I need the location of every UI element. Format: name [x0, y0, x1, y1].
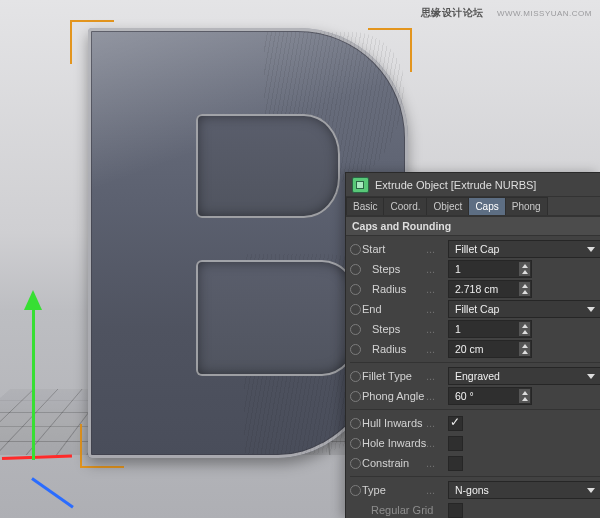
separator — [350, 476, 600, 477]
row-regular-grid: Regular Grid — [350, 500, 600, 518]
row-start-steps: Steps 1 — [350, 259, 600, 279]
row-start: Start Fillet Cap — [350, 239, 600, 259]
row-end-radius: Radius 20 cm — [350, 339, 600, 359]
keyframe-dot-icon[interactable] — [350, 324, 361, 335]
input-phong-angle[interactable]: 60 ° — [448, 387, 532, 405]
input-start-radius[interactable]: 2.718 cm — [448, 280, 532, 298]
letter-hole-top — [196, 114, 340, 218]
input-start-steps[interactable]: 1 — [448, 260, 532, 278]
x-axis-icon — [2, 455, 72, 460]
label-start: Start — [362, 243, 436, 255]
label-phong-angle: Phong Angle — [362, 390, 436, 402]
row-fillet-type: Fillet Type Engraved — [350, 366, 600, 386]
label-end: End — [362, 303, 436, 315]
checkbox-hole-inwards[interactable] — [448, 436, 463, 451]
dropdown-start[interactable]: Fillet Cap — [448, 240, 600, 258]
label-type: Type — [362, 484, 436, 496]
watermark-url: WWW.MISSYUAN.COM — [497, 9, 592, 18]
attributes-panel: Extrude Object [Extrude NURBS] Basic Coo… — [345, 172, 600, 518]
label-regular-grid: Regular Grid — [361, 504, 435, 516]
row-hole-inwards: Hole Inwards — [350, 433, 600, 453]
keyframe-dot-icon[interactable] — [350, 344, 361, 355]
label-hull-inwards: Hull Inwards — [362, 417, 436, 429]
keyframe-dot-icon[interactable] — [350, 458, 361, 469]
dropdown-end[interactable]: Fillet Cap — [448, 300, 600, 318]
keyframe-dot-icon[interactable] — [350, 371, 361, 382]
watermark-text: 思缘设计论坛 — [421, 7, 484, 18]
checkbox-constrain[interactable] — [448, 456, 463, 471]
keyframe-dot-icon[interactable] — [350, 391, 361, 402]
group-caps-rounding: Caps and Rounding — [346, 216, 600, 236]
panel-header: Extrude Object [Extrude NURBS] — [346, 173, 600, 197]
letter-hole-bottom — [196, 260, 358, 376]
row-type: Type N-gons — [350, 480, 600, 500]
keyframe-dot-icon[interactable] — [350, 244, 361, 255]
keyframe-dot-icon[interactable] — [350, 264, 361, 275]
input-end-steps[interactable]: 1 — [448, 320, 532, 338]
label-hole-inwards: Hole Inwards — [362, 437, 436, 449]
label-radius: Radius — [362, 283, 436, 295]
watermark: 思缘设计论坛 WWW.MISSYUAN.COM — [421, 6, 592, 20]
label-fillet-type: Fillet Type — [362, 370, 436, 382]
viewport-3d[interactable]: 思缘设计论坛 WWW.MISSYUAN.COM Extrude Object [… — [0, 0, 600, 518]
row-start-radius: Radius 2.718 cm — [350, 279, 600, 299]
input-end-radius[interactable]: 20 cm — [448, 340, 532, 358]
dropdown-type[interactable]: N-gons — [448, 481, 600, 499]
keyframe-dot-icon[interactable] — [350, 485, 361, 496]
separator — [350, 409, 600, 410]
keyframe-dot-icon[interactable] — [350, 284, 361, 295]
label-constrain: Constrain — [362, 457, 436, 469]
properties-rows: Start Fillet Cap Steps 1 Radius 2.718 cm… — [346, 236, 600, 518]
row-end: End Fillet Cap — [350, 299, 600, 319]
tab-bar: Basic Coord. Object Caps Phong — [346, 197, 600, 216]
row-hull-inwards: Hull Inwards — [350, 413, 600, 433]
panel-title: Extrude Object [Extrude NURBS] — [375, 179, 536, 191]
keyframe-dot-icon[interactable] — [350, 438, 361, 449]
tab-basic[interactable]: Basic — [346, 197, 384, 215]
label-steps: Steps — [362, 263, 436, 275]
tab-object[interactable]: Object — [426, 197, 469, 215]
extrude-icon — [352, 177, 369, 193]
keyframe-dot-icon[interactable] — [350, 304, 361, 315]
tab-phong[interactable]: Phong — [505, 197, 548, 215]
checkbox-regular-grid[interactable] — [448, 503, 463, 518]
checkbox-hull-inwards[interactable] — [448, 416, 463, 431]
keyframe-dot-icon[interactable] — [350, 418, 361, 429]
row-constrain: Constrain — [350, 453, 600, 473]
label-steps: Steps — [362, 323, 436, 335]
separator — [350, 362, 600, 363]
y-axis-icon — [32, 310, 35, 460]
tab-coord[interactable]: Coord. — [383, 197, 427, 215]
row-phong-angle: Phong Angle 60 ° — [350, 386, 600, 406]
dropdown-fillet-type[interactable]: Engraved — [448, 367, 600, 385]
y-axis-arrow-icon — [24, 290, 42, 310]
label-radius: Radius — [362, 343, 436, 355]
z-axis-icon — [31, 477, 74, 508]
tab-caps[interactable]: Caps — [468, 197, 505, 215]
row-end-steps: Steps 1 — [350, 319, 600, 339]
